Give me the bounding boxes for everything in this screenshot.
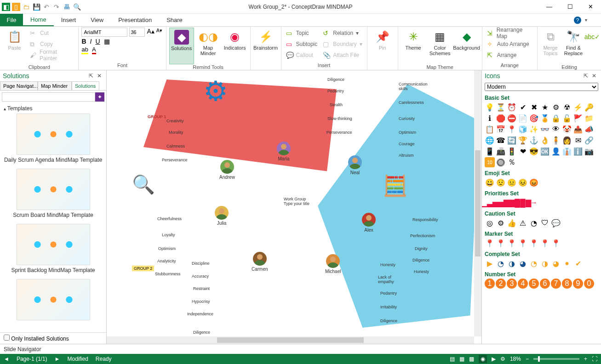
trait[interactable]: Dignity: [415, 246, 428, 251]
phone-icon[interactable]: ☎: [496, 135, 506, 145]
brainstorm-button[interactable]: ⚡Brainstorm: [253, 28, 278, 64]
minimize-button[interactable]: —: [539, 0, 560, 14]
num5-icon[interactable]: 5: [529, 279, 539, 289]
pie-icon[interactable]: ◔: [529, 218, 539, 228]
indicators-button[interactable]: ◉Indicators: [223, 28, 247, 64]
zoom-in-icon[interactable]: +: [584, 356, 587, 362]
boundary-button[interactable]: ▢Boundary ▾: [321, 39, 364, 50]
megaphone-icon[interactable]: 📣: [584, 124, 594, 134]
qat-new-icon[interactable]: ▯: [12, 3, 20, 11]
italic-button[interactable]: I: [90, 38, 92, 45]
solutions-search-button[interactable]: ✦: [95, 92, 104, 102]
gear2-icon[interactable]: ⚙: [496, 218, 506, 228]
trait[interactable]: Morality: [169, 130, 183, 135]
theme-button[interactable]: ✳Theme: [401, 28, 426, 64]
bolt-icon[interactable]: ⚡: [573, 102, 583, 112]
font-name-input[interactable]: [81, 28, 127, 37]
topic-button[interactable]: ▭Topic: [284, 28, 320, 39]
map-minder-button[interactable]: ◐◑Map Minder: [196, 28, 221, 64]
info-icon[interactable]: ℹ: [485, 113, 495, 123]
play-icon[interactable]: ▶: [485, 258, 495, 268]
hourglass-icon[interactable]: ⏳: [496, 102, 506, 112]
pin-icons-icon[interactable]: ⇱: [582, 73, 590, 79]
tab-share[interactable]: Share: [159, 14, 190, 26]
qat-open-icon[interactable]: 🗀: [22, 3, 30, 11]
arrow-right-icon[interactable]: →: [529, 198, 539, 208]
font-size-input[interactable]: [129, 28, 145, 37]
calendar-icon[interactable]: 📅: [496, 124, 506, 134]
view-mode3-icon[interactable]: ▩: [469, 356, 474, 362]
find-replace-button[interactable]: 🔭Find & Replace: [562, 28, 584, 64]
pin-orange-icon[interactable]: 📍: [529, 238, 539, 248]
send-icon[interactable]: 📤: [573, 124, 583, 134]
x-circle-icon[interactable]: ✖: [529, 102, 539, 112]
star-icon[interactable]: ★: [540, 102, 550, 112]
color-schemes-button[interactable]: ▦Color Schemes: [428, 28, 452, 64]
trait[interactable]: Discipline: [192, 261, 210, 266]
arrange-button[interactable]: ⇱Arrange: [485, 50, 534, 61]
view-mode2-icon[interactable]: ▦: [459, 356, 464, 362]
trait[interactable]: Honesty: [414, 269, 429, 274]
gear-small-icon[interactable]: ⚙: [551, 102, 561, 112]
icon-sets[interactable]: Basic Set 💡⏳⏰✔✖★⚙☢⚡🔑 ℹ🛑⛔📄🎯🏅🔒🔓🚩📁 📋📅📍🧊✨👓👁🤡…: [482, 92, 601, 344]
clipboard-icon[interactable]: 📋: [485, 124, 495, 134]
share-icon[interactable]: 🔗: [584, 135, 594, 145]
trait[interactable]: Curiosity: [399, 116, 415, 121]
person-maria[interactable]: Maria: [277, 142, 291, 161]
alarm-icon[interactable]: ⏰: [507, 102, 517, 112]
medal-icon[interactable]: 🏅: [540, 113, 550, 123]
qat-undo-icon[interactable]: ↶: [42, 3, 51, 11]
fax-icon[interactable]: 📠: [496, 146, 506, 156]
template-item[interactable]: Daily Scrum Agenda MindMap Template: [4, 114, 103, 163]
background-button[interactable]: ◆Background: [454, 28, 479, 64]
trait[interactable]: Diligence: [412, 258, 429, 262]
qat-redo-icon[interactable]: ↷: [52, 3, 61, 11]
record-icon[interactable]: ◉: [479, 355, 487, 363]
man-icon[interactable]: 🧍: [551, 135, 561, 145]
view-mode1-icon[interactable]: ▤: [450, 356, 455, 362]
zoom-slider[interactable]: [533, 358, 579, 360]
grow-font-icon[interactable]: A▴: [147, 28, 154, 37]
num2-icon[interactable]: 2: [496, 279, 506, 289]
close-button[interactable]: ✕: [580, 0, 601, 14]
unlock-icon[interactable]: 🔓: [562, 113, 572, 123]
target-icon[interactable]: ◎: [485, 218, 495, 228]
prev-page-icon[interactable]: ◄: [4, 356, 9, 362]
file-menu[interactable]: File: [0, 14, 23, 26]
location-icon[interactable]: 📍: [507, 124, 517, 134]
cycle-icon[interactable]: 🔄: [507, 135, 517, 145]
trait[interactable]: Irritability: [380, 305, 397, 309]
callout-button[interactable]: 💬Callout: [284, 50, 320, 61]
ok-icon[interactable]: 👌: [540, 135, 550, 145]
trait[interactable]: Pedantry: [380, 291, 397, 296]
angry-icon[interactable]: 😡: [529, 177, 539, 188]
qat-preview-icon[interactable]: 🔍: [73, 3, 81, 11]
pin-pane-icon[interactable]: ⇱: [87, 73, 95, 79]
font-color-button[interactable]: A: [92, 46, 96, 54]
help-icon[interactable]: ?: [574, 17, 581, 24]
format-painter-button[interactable]: 🖌Format Painter: [28, 50, 75, 61]
next-page-icon[interactable]: ►: [55, 356, 60, 362]
pin-pink-icon[interactable]: 📍: [540, 238, 550, 248]
person-neal[interactable]: Neal: [348, 155, 362, 175]
trait[interactable]: Perfectionism: [410, 233, 435, 238]
tab-view[interactable]: View: [83, 14, 111, 26]
folder-icon[interactable]: 📁: [584, 113, 594, 123]
qat-print-icon[interactable]: 🖶: [63, 3, 71, 11]
zoom-out-icon[interactable]: −: [526, 356, 529, 362]
highlight-button[interactable]: ab: [81, 46, 88, 54]
trait[interactable]: Calmness: [166, 144, 185, 148]
copy-button[interactable]: ⧉Copy: [28, 39, 75, 50]
person-alex[interactable]: Alex: [362, 213, 376, 233]
trait[interactable]: Accuracy: [192, 274, 209, 279]
tab-presentation[interactable]: Presentation: [111, 14, 159, 26]
pie1-icon[interactable]: ◔: [496, 258, 506, 268]
pin-button[interactable]: 📌Pin: [370, 28, 395, 64]
template-item[interactable]: Scrum Board MindMap Template: [4, 169, 103, 218]
spark-icon[interactable]: ✨: [529, 124, 539, 134]
trait[interactable]: Altruism: [399, 153, 414, 158]
flag-icon[interactable]: 🚩: [573, 113, 583, 123]
close-icons-icon[interactable]: ✕: [590, 73, 598, 79]
canvas-scrollbar-h[interactable]: [107, 336, 474, 344]
num9-icon[interactable]: 9: [573, 279, 583, 289]
